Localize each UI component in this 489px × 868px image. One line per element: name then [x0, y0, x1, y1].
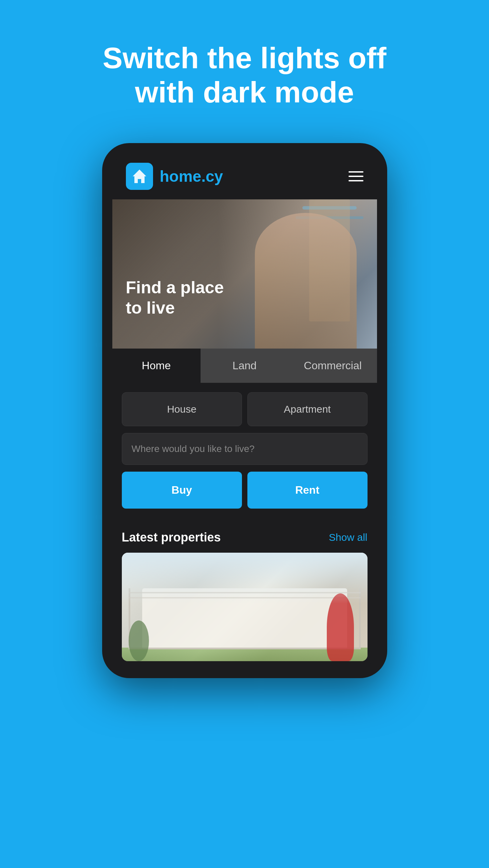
app-header: home.cy	[112, 153, 377, 199]
app-logo	[126, 163, 153, 190]
tab-home[interactable]: Home	[112, 349, 201, 383]
page-headline: Switch the lights off with dark mode	[76, 41, 414, 109]
hero-tagline: Find a place to live	[126, 277, 224, 318]
buy-label: Buy	[171, 484, 192, 496]
hamburger-menu[interactable]	[349, 171, 363, 181]
tree-left	[129, 620, 149, 661]
latest-properties-header: Latest properties Show all	[122, 530, 368, 545]
brand-name: home.cy	[160, 167, 223, 185]
location-input[interactable]: Where would you like to live?	[122, 433, 368, 465]
apartment-button[interactable]: Apartment	[247, 392, 368, 426]
tab-commercial[interactable]: Commercial	[289, 349, 377, 383]
type-buttons: House Apartment	[112, 383, 377, 426]
location-input-wrapper: Where would you like to live?	[112, 426, 377, 465]
headline-line1: Switch the lights off	[103, 41, 387, 75]
house-button[interactable]: House	[122, 392, 242, 426]
property-type-tabs: Home Land Commercial	[112, 349, 377, 383]
hamburger-line-2	[349, 176, 363, 177]
latest-properties-section: Latest properties Show all	[112, 519, 377, 668]
phone-device: home.cy Find a place to live	[102, 143, 387, 678]
hamburger-line-3	[349, 180, 363, 181]
rent-label: Rent	[295, 484, 319, 496]
tagline-line1: Find a place	[126, 277, 224, 298]
tab-commercial-label: Commercial	[304, 359, 362, 372]
tab-home-label: Home	[142, 359, 171, 372]
tree-right	[327, 593, 354, 661]
pergola-top	[129, 648, 361, 649]
brand-text: home	[160, 167, 202, 185]
sky-gradient	[122, 553, 368, 604]
show-all-button[interactable]: Show all	[329, 532, 367, 543]
property-card-image	[122, 553, 368, 661]
brand-suffix: .cy	[201, 167, 223, 185]
location-placeholder: Where would you like to live?	[132, 443, 255, 454]
house-label: House	[167, 403, 196, 415]
headline-line2: with dark mode	[135, 75, 354, 109]
action-buttons: Buy Rent	[112, 465, 377, 519]
buy-button[interactable]: Buy	[122, 472, 242, 509]
property-card[interactable]	[122, 553, 368, 661]
phone-screen: home.cy Find a place to live	[112, 153, 377, 668]
tab-land[interactable]: Land	[201, 349, 289, 383]
hero-image: Find a place to live	[112, 199, 377, 349]
person-decor	[255, 213, 357, 349]
apartment-label: Apartment	[284, 403, 331, 415]
tagline-line2: to live	[126, 298, 224, 318]
tab-land-label: Land	[232, 359, 257, 372]
rent-button[interactable]: Rent	[247, 472, 368, 509]
latest-properties-title: Latest properties	[122, 530, 221, 545]
hamburger-line-1	[349, 171, 363, 173]
